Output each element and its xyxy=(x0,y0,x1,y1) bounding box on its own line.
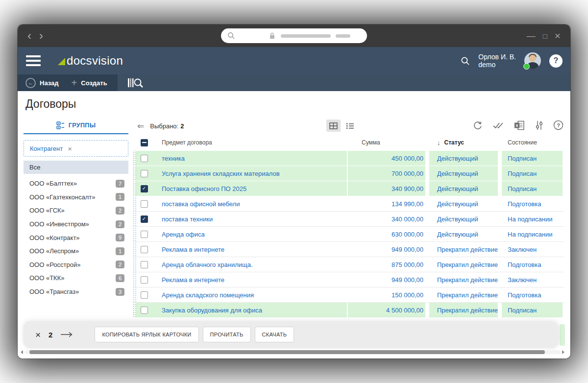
mark-read-button[interactable]: ПРОЧИТАТЬ xyxy=(203,327,251,342)
row-checkbox[interactable]: ✓ xyxy=(141,170,148,177)
cell-state[interactable]: Заключен xyxy=(502,242,563,257)
address-bar[interactable] xyxy=(221,28,367,43)
row-checkbox[interactable]: ✓ xyxy=(141,215,148,223)
cell-subject[interactable]: Реклама в интернете xyxy=(152,242,347,257)
group-item[interactable]: ООО «Росстрой» 2 xyxy=(24,258,128,272)
browser-forward-icon[interactable]: › xyxy=(39,24,43,47)
group-item[interactable]: ООО «Инвестпром» 2 xyxy=(24,217,128,231)
cell-subject[interactable]: поставка техники xyxy=(152,212,347,226)
cell-status[interactable]: Действующий xyxy=(429,151,498,166)
cell-subject[interactable]: Аренда офиса xyxy=(152,227,347,241)
refresh-icon[interactable] xyxy=(473,120,483,130)
row-drag-handle[interactable] xyxy=(132,227,136,241)
scroll-right-icon[interactable] xyxy=(562,350,564,354)
cell-amount[interactable]: 450 000,00 xyxy=(348,151,425,166)
cell-subject[interactable]: Закупка оборудования для офиса xyxy=(152,303,347,317)
browser-back-icon[interactable]: ‹ xyxy=(27,24,31,47)
cell-amount[interactable]: 4 500 000,00 xyxy=(348,303,425,317)
cell-state[interactable]: На подписании xyxy=(502,227,563,241)
group-item[interactable]: ООО «Балттех» 7 xyxy=(24,177,128,191)
row-drag-handle[interactable] xyxy=(132,212,136,226)
row-drag-handle[interactable] xyxy=(132,196,136,211)
collapse-panel-icon[interactable]: ⇐ xyxy=(137,122,144,130)
cell-status[interactable]: Действующий xyxy=(429,166,498,181)
minimize-icon[interactable]: — xyxy=(527,31,536,41)
cell-subject[interactable]: Аренда складского помещения xyxy=(152,287,347,302)
arrow-right-icon[interactable] xyxy=(60,332,73,337)
copy-card-shortcut-button[interactable]: КОПИРОВАТЬ ЯРЛЫК КАРТОЧКИ xyxy=(95,327,198,342)
column-header-state[interactable]: Состояние xyxy=(502,134,563,151)
tab-groups[interactable]: ГРУППЫ xyxy=(24,118,128,134)
row-drag-handle[interactable] xyxy=(132,181,136,196)
cell-state[interactable]: Подготовка xyxy=(502,287,563,302)
cell-state[interactable]: Подписан xyxy=(502,303,563,317)
row-checkbox[interactable]: ✓ xyxy=(141,155,148,162)
cell-status[interactable]: Действующий xyxy=(429,196,498,211)
group-item[interactable]: ООО «Леспром» 1 xyxy=(24,244,128,258)
cell-status[interactable]: Прекратил действие xyxy=(429,303,498,317)
global-search-icon[interactable] xyxy=(461,56,470,66)
row-drag-handle[interactable] xyxy=(132,287,136,302)
column-header-amount[interactable]: Сумма xyxy=(348,134,425,151)
download-button[interactable]: СКАЧАТЬ xyxy=(255,327,294,342)
cell-status[interactable]: Прекратил действие xyxy=(429,287,498,302)
clear-selection-icon[interactable]: × xyxy=(35,330,41,339)
list-view-button[interactable] xyxy=(343,120,357,132)
select-all-checkbox[interactable] xyxy=(141,139,148,146)
cell-amount[interactable]: 340 000,00 xyxy=(348,212,425,226)
table-row[interactable]: ✓ Реклама в интернете 949 000,00 Прекрат… xyxy=(132,272,564,287)
cell-subject[interactable]: Поставка офисного ПО 2025 xyxy=(152,181,347,196)
excel-export-icon[interactable]: x xyxy=(514,120,525,130)
row-drag-handle[interactable] xyxy=(132,257,136,272)
cell-amount[interactable]: 875 000,00 xyxy=(348,257,425,272)
avatar[interactable] xyxy=(524,52,541,69)
double-check-icon[interactable] xyxy=(493,121,504,129)
settings-sliders-icon[interactable] xyxy=(535,120,543,130)
cell-status[interactable]: Прекратил действие xyxy=(429,272,498,287)
create-button[interactable]: + Создать xyxy=(72,78,107,87)
row-checkbox[interactable]: ✓ xyxy=(141,261,148,268)
cell-status[interactable]: Прекратил действие xyxy=(429,257,498,272)
table-row[interactable]: ✓ Реклама в интернете 949 000,00 Прекрат… xyxy=(132,242,564,257)
cell-subject[interactable]: поставка офисной мебели xyxy=(152,196,347,211)
group-item[interactable]: ООО «Трансгаз» 3 xyxy=(24,285,128,299)
table-row[interactable]: ✓ Аренда офиса 630 000,00 Действующий На… xyxy=(132,227,564,242)
scrollbar-track[interactable] xyxy=(24,350,561,354)
group-item[interactable]: ООО «ТКК» 6 xyxy=(24,271,128,285)
row-drag-handle[interactable] xyxy=(132,166,136,181)
group-item-all[interactable]: Все xyxy=(24,161,128,174)
table-row[interactable]: ✓ Закупка оборудования для офиса 4 500 0… xyxy=(132,303,564,318)
row-checkbox[interactable]: ✓ xyxy=(141,291,148,299)
table-row[interactable]: ✓ поставка офисной мебели 134 990,00 Дей… xyxy=(132,196,564,212)
row-checkbox[interactable]: ✓ xyxy=(141,185,148,192)
row-checkbox[interactable]: ✓ xyxy=(141,246,148,253)
cell-state[interactable]: Подписан xyxy=(502,151,563,166)
row-drag-handle[interactable] xyxy=(132,272,136,287)
row-checkbox[interactable]: ✓ xyxy=(141,231,148,238)
cell-state[interactable]: Подготовка xyxy=(502,257,563,272)
group-item[interactable]: ООО «Контракт» 9 xyxy=(24,231,128,244)
row-checkbox[interactable]: ✓ xyxy=(141,200,148,208)
user-info[interactable]: Орлов И. В. demo xyxy=(478,53,516,69)
scroll-left-icon[interactable] xyxy=(21,350,23,354)
grid-help-icon[interactable]: ? xyxy=(553,120,564,130)
cell-state[interactable]: Подписан xyxy=(502,166,563,181)
cell-subject[interactable]: Реклама в интернете xyxy=(152,272,347,287)
barcode-scan-button[interactable] xyxy=(127,77,145,88)
cell-amount[interactable]: 700 000,00 xyxy=(348,166,425,181)
row-drag-handle[interactable] xyxy=(132,151,136,166)
group-item[interactable]: ООО «ГСК» 2 xyxy=(24,204,128,217)
filter-chip-contragent[interactable]: Контрагент × xyxy=(24,140,128,157)
row-checkbox[interactable]: ✓ xyxy=(141,307,148,314)
menu-icon[interactable] xyxy=(26,55,41,66)
cell-state[interactable]: Заключен xyxy=(502,272,563,287)
cell-status[interactable]: Действующий xyxy=(429,212,498,226)
cell-subject[interactable]: Услуга хранения складских материалов xyxy=(152,166,347,181)
cell-status[interactable]: Действующий xyxy=(429,181,498,196)
horizontal-scrollbar[interactable] xyxy=(21,350,564,355)
table-view-button[interactable] xyxy=(326,120,341,132)
cell-amount[interactable]: 340 900,00 xyxy=(348,181,425,196)
table-row[interactable]: ✓ Услуга хранения складских материалов 7… xyxy=(132,166,564,181)
maximize-icon[interactable]: □ xyxy=(543,32,547,40)
cell-status[interactable]: Действующий xyxy=(429,227,498,241)
